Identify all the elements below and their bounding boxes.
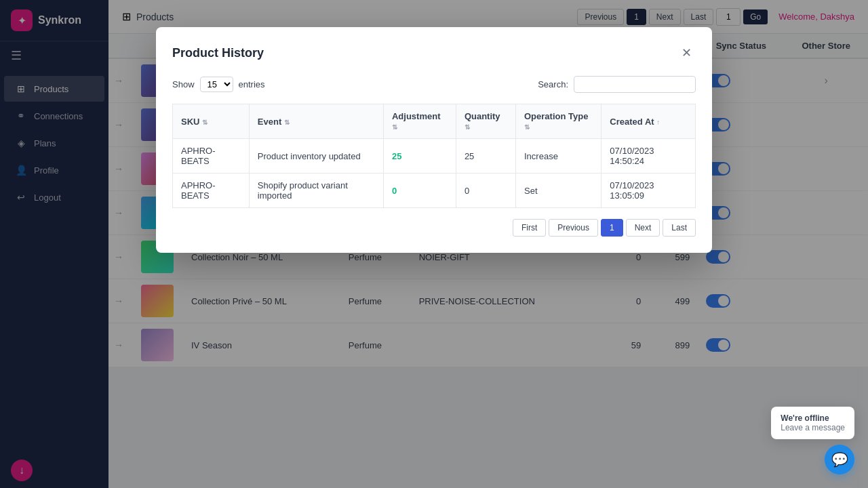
chat-status: We're offline — [781, 413, 845, 423]
col-event: Event ⇅ — [249, 104, 383, 139]
modal-next-button[interactable]: Next — [626, 219, 660, 237]
table-row: APHRO-BEATS Product inventory updated 25… — [173, 139, 696, 174]
modal-header: Product History ✕ — [172, 43, 696, 62]
cell-created-at: 07/10/2023 14:50:24 — [601, 139, 696, 174]
entries-select[interactable]: 15 25 50 — [200, 77, 233, 92]
cell-event: Shopify product variant imported — [249, 174, 383, 208]
cell-event: Product inventory updated — [249, 139, 383, 174]
col-created-at: Created At ↑ — [601, 104, 696, 139]
modal-title: Product History — [172, 46, 264, 60]
cell-quantity: 25 — [456, 139, 515, 174]
modal-history-table: SKU ⇅ Event ⇅ Adjustment ⇅ Quantity ⇅ Op… — [172, 104, 696, 208]
modal-last-button[interactable]: Last — [663, 219, 696, 237]
cell-operation-type: Set — [516, 174, 601, 208]
modal-previous-button[interactable]: Previous — [549, 219, 598, 237]
cell-adjustment: 25 — [383, 139, 456, 174]
col-quantity: Quantity ⇅ — [456, 104, 515, 139]
cell-adjustment: 0 — [383, 174, 456, 208]
modal-first-button[interactable]: First — [513, 219, 546, 237]
modal-page-1-button[interactable]: 1 — [601, 219, 623, 237]
search-area: Search: — [538, 76, 696, 93]
modal-overlay: Product History ✕ Show 15 25 50 entries … — [0, 0, 868, 488]
col-sku: SKU ⇅ — [173, 104, 250, 139]
cell-sku: APHRO-BEATS — [173, 139, 250, 174]
cell-quantity: 0 — [456, 174, 515, 208]
modal-close-button[interactable]: ✕ — [677, 43, 696, 62]
search-label: Search: — [538, 79, 568, 89]
modal-pagination: First Previous 1 Next Last — [172, 219, 696, 237]
col-adjustment: Adjustment ⇅ — [383, 104, 456, 139]
search-input[interactable] — [574, 76, 696, 93]
product-history-modal: Product History ✕ Show 15 25 50 entries … — [156, 27, 712, 253]
cell-sku: APHRO-BEATS — [173, 174, 250, 208]
cell-created-at: 07/10/2023 13:05:09 — [601, 174, 696, 208]
table-row: APHRO-BEATS Shopify product variant impo… — [173, 174, 696, 208]
col-operation-type: Operation Type ⇅ — [516, 104, 601, 139]
show-entries: Show 15 25 50 entries — [172, 77, 265, 92]
modal-controls: Show 15 25 50 entries Search: — [172, 76, 696, 93]
entries-label: entries — [239, 79, 265, 89]
chat-widget: We're offline Leave a message 💬 — [771, 407, 854, 474]
cell-operation-type: Increase — [516, 139, 601, 174]
show-label: Show — [172, 79, 195, 89]
chat-message: Leave a message — [781, 423, 845, 432]
chat-button[interactable]: 💬 — [825, 445, 854, 474]
chat-bubble: We're offline Leave a message — [771, 407, 854, 439]
